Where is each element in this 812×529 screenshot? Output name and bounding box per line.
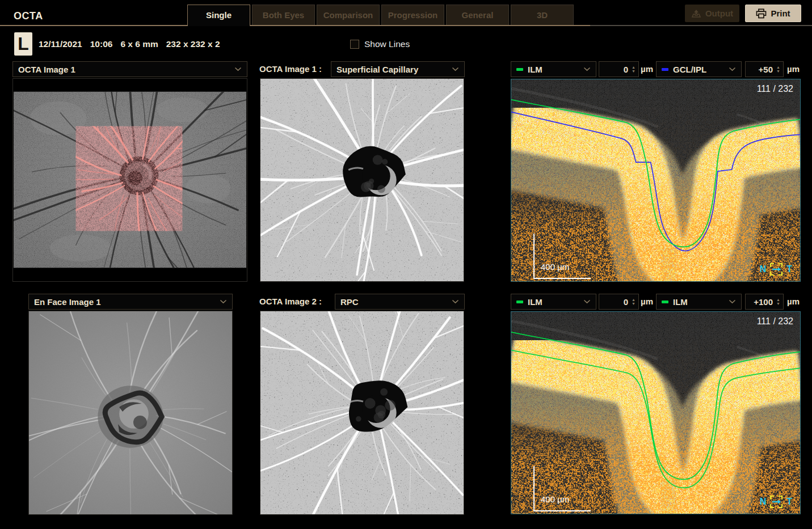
show-lines-checkbox[interactable] <box>350 40 359 49</box>
chevron-down-icon <box>729 299 736 304</box>
bscan2-layer2-selector[interactable]: ILM <box>656 294 742 310</box>
fundus-image-selector[interactable]: OCTA Image 1 <box>12 61 247 77</box>
chevron-down-icon <box>729 67 736 71</box>
chevron-down-icon <box>234 67 242 71</box>
bscan-image-1[interactable]: 111 / 232 400 µm N T <box>511 79 801 282</box>
frame-counter: 111 / 232 <box>757 84 793 94</box>
fundus-image[interactable] <box>12 78 247 282</box>
tab-comparison[interactable]: Comparison <box>317 5 380 25</box>
octa-image-1-layer-selector[interactable]: Superficial Capillary <box>331 61 465 77</box>
scan-time: 10:06 <box>90 39 113 49</box>
bscan2-layer1-unit: µm <box>641 294 653 310</box>
bscan2-layer1-offset-spinner[interactable]: 0 ▲▼ <box>599 294 639 310</box>
orientation-arrow-icon <box>769 262 784 277</box>
scale-bar <box>533 510 591 511</box>
orientation-indicator: N T <box>760 262 792 277</box>
layer-color-swatch <box>516 301 523 303</box>
bscan1-layer2-offset-spinner[interactable]: +50 ▲▼ <box>745 61 784 77</box>
laterality-badge: L <box>14 32 32 56</box>
page-title: OCTA <box>14 10 43 22</box>
octa-image-2-label: OCTA Image 2 : <box>259 294 322 310</box>
scale-bar <box>533 234 535 279</box>
output-button[interactable]: Output <box>685 5 739 22</box>
spinner-arrows-icon[interactable]: ▲▼ <box>775 65 782 73</box>
bscan1-layer1-offset-spinner[interactable]: 0 ▲▼ <box>599 61 639 77</box>
tab-3d[interactable]: 3D <box>511 5 574 25</box>
show-lines-control: Show Lines <box>350 39 410 49</box>
spinner-arrows-icon[interactable]: ▲▼ <box>630 298 637 306</box>
chevron-down-icon <box>452 299 459 304</box>
enface-image-selector[interactable]: En Face Image 1 <box>28 294 233 310</box>
orientation-arrow-icon <box>769 494 784 509</box>
octa-image-2-layer-selector[interactable]: RPC <box>335 294 465 310</box>
tab-general[interactable]: General <box>446 5 509 25</box>
export-icon <box>691 9 701 18</box>
frame-counter: 111 / 232 <box>757 316 793 327</box>
temporal-label: T <box>786 264 792 274</box>
scan-date: 12/11/2021 <box>39 39 82 49</box>
chevron-down-icon <box>220 299 227 304</box>
bscan-image-2[interactable]: 111 / 232 400 µm N T <box>511 311 801 514</box>
view-tabs: Single Both Eyes Comparison Progression … <box>187 5 574 26</box>
octa-review-screen: OCTA Single Both Eyes Comparison Progres… <box>0 0 812 529</box>
scale-bar <box>533 466 535 511</box>
bscan2-layer1-selector[interactable]: ILM <box>511 294 596 310</box>
enface-image[interactable] <box>28 311 233 515</box>
spinner-arrows-icon[interactable]: ▲▼ <box>775 298 782 306</box>
orientation-indicator: N T <box>760 494 792 509</box>
nasal-label: N <box>760 264 767 274</box>
chevron-down-icon <box>452 67 459 71</box>
octa-image-1-label: OCTA Image 1 : <box>259 61 322 77</box>
printer-icon <box>756 9 767 19</box>
octa-enface-image-2[interactable] <box>260 311 464 515</box>
nasal-label: N <box>760 497 767 507</box>
scan-dims: 232 x 232 x 2 <box>166 39 220 49</box>
show-lines-label: Show Lines <box>364 39 410 49</box>
scan-info: 12/11/2021 10:06 6 x 6 mm 232 x 232 x 2 <box>39 39 228 49</box>
scale-bar <box>533 278 591 279</box>
print-button[interactable]: Print <box>745 5 801 22</box>
bscan1-layer1-unit: µm <box>641 61 653 77</box>
layer-color-swatch <box>662 68 668 71</box>
layer-color-swatch <box>662 301 668 303</box>
bscan2-layer2-unit: µm <box>787 294 800 310</box>
scale-bar-label: 400 µm <box>541 494 569 504</box>
tab-progression[interactable]: Progression <box>381 5 444 25</box>
spinner-arrows-icon[interactable]: ▲▼ <box>630 65 637 73</box>
print-button-label: Print <box>771 9 790 18</box>
chevron-down-icon <box>583 67 591 71</box>
tab-underline-dim <box>590 25 812 26</box>
output-button-label: Output <box>705 9 733 18</box>
scale-bar-label: 400 µm <box>541 262 569 272</box>
bscan1-layer2-unit: µm <box>787 61 800 77</box>
tab-single[interactable]: Single <box>187 5 250 26</box>
bscan1-layer2-selector[interactable]: GCL/IPL <box>656 61 742 77</box>
bscan2-layer2-offset-spinner[interactable]: +100 ▲▼ <box>745 294 784 310</box>
chevron-down-icon <box>583 299 591 304</box>
bscan1-layer1-selector[interactable]: ILM <box>511 61 596 77</box>
octa-enface-image-1[interactable] <box>260 78 464 282</box>
temporal-label: T <box>786 497 792 507</box>
tab-both-eyes[interactable]: Both Eyes <box>252 5 315 25</box>
layer-color-swatch <box>516 68 523 71</box>
scan-size: 6 x 6 mm <box>120 39 158 49</box>
